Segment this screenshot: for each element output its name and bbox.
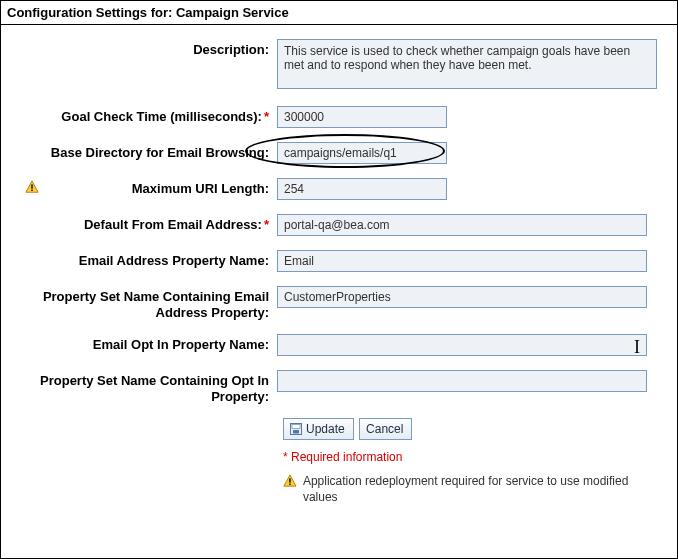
email-prop-input[interactable] [277,250,647,272]
row-base-dir: Base Directory for Email Browsing: [15,142,663,164]
email-optin-input[interactable] [277,334,647,356]
label-pset-email: Property Set Name Containing Email Addre… [15,286,277,320]
max-uri-input[interactable] [277,178,447,200]
row-default-from: Default From Email Address:* [15,214,663,236]
pset-email-input[interactable] [277,286,647,308]
label-description: Description: [15,39,277,58]
save-icon [290,423,302,435]
svg-rect-8 [289,484,290,485]
label-default-from: Default From Email Address:* [15,214,277,233]
warning-icon [25,180,39,194]
label-max-uri: Maximum URI Length: [15,178,277,197]
label-goal-check-time: Goal Check Time (milliseconds):* [15,106,277,125]
row-email-prop: Email Address Property Name: [15,250,663,272]
svg-rect-7 [289,479,290,483]
window-title: Configuration Settings for: Campaign Ser… [1,1,677,25]
row-pset-email: Property Set Name Containing Email Addre… [15,286,663,320]
label-email-prop: Email Address Property Name: [15,250,277,269]
label-pset-optin: Property Set Name Containing Opt In Prop… [15,370,277,404]
config-window: Configuration Settings for: Campaign Ser… [0,0,678,559]
cancel-button[interactable]: Cancel [359,418,412,440]
required-marker: * [262,109,269,124]
svg-rect-4 [292,425,300,429]
description-field[interactable] [277,39,657,89]
row-pset-optin: Property Set Name Containing Opt In Prop… [15,370,663,404]
svg-rect-1 [31,184,32,188]
required-note: * Required information [283,450,663,464]
row-description: Description: [15,39,663,92]
base-dir-input[interactable] [277,142,447,164]
required-marker: * [262,217,269,232]
svg-rect-2 [31,190,32,191]
svg-rect-5 [293,430,299,434]
row-max-uri: Maximum URI Length: [15,178,663,200]
update-button[interactable]: Update [283,418,354,440]
label-base-dir: Base Directory for Email Browsing: [15,142,277,161]
pset-optin-input[interactable] [277,370,647,392]
form-content: Description: Goal Check Time (millisecon… [1,25,677,514]
goal-check-time-input[interactable] [277,106,447,128]
default-from-input[interactable] [277,214,647,236]
row-email-optin: Email Opt In Property Name: I [15,334,663,356]
row-goal-check-time: Goal Check Time (milliseconds):* [15,106,663,128]
label-email-optin: Email Opt In Property Name: [15,334,277,353]
redeploy-note: Application redeployment required for se… [283,474,663,505]
button-row: Update Cancel [283,418,663,440]
warning-icon [283,474,297,488]
